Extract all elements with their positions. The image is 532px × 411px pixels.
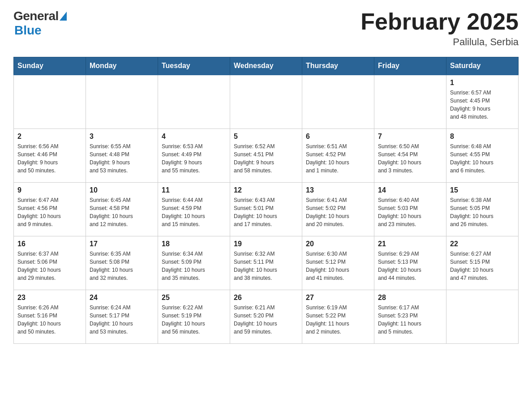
calendar-cell — [230, 75, 302, 128]
month-title: February 2025 — [360, 9, 519, 34]
calendar-cell — [446, 290, 519, 343]
day-number: 24 — [90, 294, 154, 302]
day-info: Sunrise: 6:56 AM Sunset: 4:46 PM Dayligh… — [17, 142, 82, 175]
day-info: Sunrise: 6:21 AM Sunset: 5:20 PM Dayligh… — [234, 304, 298, 336]
calendar-cell — [158, 75, 230, 128]
weekday-header-row: SundayMondayTuesdayWednesdayThursdayFrid… — [14, 57, 519, 75]
day-number: 13 — [306, 186, 370, 194]
day-info: Sunrise: 6:35 AM Sunset: 5:08 PM Dayligh… — [90, 250, 154, 282]
day-info: Sunrise: 6:53 AM Sunset: 4:49 PM Dayligh… — [162, 142, 226, 175]
day-number: 27 — [306, 294, 370, 302]
day-info: Sunrise: 6:48 AM Sunset: 4:55 PM Dayligh… — [450, 142, 515, 175]
day-number: 3 — [90, 133, 154, 141]
logo-general-text: General — [13, 9, 59, 23]
day-info: Sunrise: 6:38 AM Sunset: 5:05 PM Dayligh… — [450, 196, 515, 228]
weekday-header-wednesday: Wednesday — [230, 57, 302, 75]
day-number: 4 — [162, 133, 226, 141]
day-info: Sunrise: 6:41 AM Sunset: 5:02 PM Dayligh… — [306, 196, 370, 228]
day-number: 23 — [17, 294, 82, 302]
calendar-cell: 5Sunrise: 6:52 AM Sunset: 4:51 PM Daylig… — [230, 128, 302, 182]
day-number: 7 — [378, 133, 442, 141]
calendar-cell: 20Sunrise: 6:30 AM Sunset: 5:12 PM Dayli… — [302, 236, 374, 290]
day-info: Sunrise: 6:47 AM Sunset: 4:56 PM Dayligh… — [17, 196, 82, 228]
weekday-header-monday: Monday — [86, 57, 158, 75]
day-number: 18 — [162, 240, 226, 248]
calendar-cell: 1Sunrise: 6:57 AM Sunset: 4:45 PM Daylig… — [446, 75, 519, 128]
day-info: Sunrise: 6:57 AM Sunset: 4:45 PM Dayligh… — [450, 89, 515, 121]
day-info: Sunrise: 6:22 AM Sunset: 5:19 PM Dayligh… — [162, 304, 226, 336]
day-info: Sunrise: 6:32 AM Sunset: 5:11 PM Dayligh… — [234, 250, 298, 282]
calendar-cell — [302, 75, 374, 128]
calendar-cell: 9Sunrise: 6:47 AM Sunset: 4:56 PM Daylig… — [14, 182, 86, 236]
logo: General Blue — [13, 9, 67, 38]
weekday-header-saturday: Saturday — [446, 57, 519, 75]
location: Palilula, Serbia — [360, 36, 519, 48]
day-info: Sunrise: 6:34 AM Sunset: 5:09 PM Dayligh… — [162, 250, 226, 282]
calendar-cell: 16Sunrise: 6:37 AM Sunset: 5:06 PM Dayli… — [14, 236, 86, 290]
day-number: 20 — [306, 240, 370, 248]
day-info: Sunrise: 6:43 AM Sunset: 5:01 PM Dayligh… — [234, 196, 298, 228]
calendar-cell: 12Sunrise: 6:43 AM Sunset: 5:01 PM Dayli… — [230, 182, 302, 236]
day-info: Sunrise: 6:40 AM Sunset: 5:03 PM Dayligh… — [378, 196, 442, 228]
weekday-header-friday: Friday — [374, 57, 446, 75]
day-number: 16 — [17, 240, 82, 248]
day-number: 26 — [234, 294, 298, 302]
calendar-cell: 6Sunrise: 6:51 AM Sunset: 4:52 PM Daylig… — [302, 128, 374, 182]
logo-blue-text: Blue — [14, 23, 42, 38]
day-info: Sunrise: 6:29 AM Sunset: 5:13 PM Dayligh… — [378, 250, 442, 282]
calendar-week-row: 23Sunrise: 6:26 AM Sunset: 5:16 PM Dayli… — [14, 290, 519, 343]
day-number: 9 — [17, 186, 82, 194]
calendar-cell — [86, 75, 158, 128]
day-info: Sunrise: 6:44 AM Sunset: 4:59 PM Dayligh… — [162, 196, 226, 228]
calendar-cell: 23Sunrise: 6:26 AM Sunset: 5:16 PM Dayli… — [14, 290, 86, 343]
day-info: Sunrise: 6:27 AM Sunset: 5:15 PM Dayligh… — [450, 250, 515, 282]
calendar-cell: 19Sunrise: 6:32 AM Sunset: 5:11 PM Dayli… — [230, 236, 302, 290]
calendar-week-row: 9Sunrise: 6:47 AM Sunset: 4:56 PM Daylig… — [14, 182, 519, 236]
calendar-cell: 28Sunrise: 6:17 AM Sunset: 5:23 PM Dayli… — [374, 290, 446, 343]
calendar-cell: 24Sunrise: 6:24 AM Sunset: 5:17 PM Dayli… — [86, 290, 158, 343]
day-info: Sunrise: 6:24 AM Sunset: 5:17 PM Dayligh… — [90, 304, 154, 336]
calendar-cell: 11Sunrise: 6:44 AM Sunset: 4:59 PM Dayli… — [158, 182, 230, 236]
calendar-cell: 10Sunrise: 6:45 AM Sunset: 4:58 PM Dayli… — [86, 182, 158, 236]
day-info: Sunrise: 6:17 AM Sunset: 5:23 PM Dayligh… — [378, 304, 442, 336]
calendar-cell: 17Sunrise: 6:35 AM Sunset: 5:08 PM Dayli… — [86, 236, 158, 290]
day-number: 28 — [378, 294, 442, 302]
weekday-header-sunday: Sunday — [14, 57, 86, 75]
day-number: 25 — [162, 294, 226, 302]
calendar-cell: 2Sunrise: 6:56 AM Sunset: 4:46 PM Daylig… — [14, 128, 86, 182]
calendar-cell: 25Sunrise: 6:22 AM Sunset: 5:19 PM Dayli… — [158, 290, 230, 343]
day-info: Sunrise: 6:19 AM Sunset: 5:22 PM Dayligh… — [306, 304, 370, 336]
day-info: Sunrise: 6:52 AM Sunset: 4:51 PM Dayligh… — [234, 142, 298, 175]
day-info: Sunrise: 6:37 AM Sunset: 5:06 PM Dayligh… — [17, 250, 82, 282]
calendar-cell: 13Sunrise: 6:41 AM Sunset: 5:02 PM Dayli… — [302, 182, 374, 236]
day-info: Sunrise: 6:55 AM Sunset: 4:48 PM Dayligh… — [90, 142, 154, 175]
weekday-header-thursday: Thursday — [302, 57, 374, 75]
calendar-cell: 22Sunrise: 6:27 AM Sunset: 5:15 PM Dayli… — [446, 236, 519, 290]
day-number: 10 — [90, 186, 154, 194]
calendar-cell: 15Sunrise: 6:38 AM Sunset: 5:05 PM Dayli… — [446, 182, 519, 236]
day-info: Sunrise: 6:26 AM Sunset: 5:16 PM Dayligh… — [17, 304, 82, 336]
page-header: General Blue February 2025 Palilula, Ser… — [13, 9, 519, 48]
day-info: Sunrise: 6:30 AM Sunset: 5:12 PM Dayligh… — [306, 250, 370, 282]
calendar-cell — [374, 75, 446, 128]
calendar-cell: 4Sunrise: 6:53 AM Sunset: 4:49 PM Daylig… — [158, 128, 230, 182]
calendar-cell: 14Sunrise: 6:40 AM Sunset: 5:03 PM Dayli… — [374, 182, 446, 236]
calendar-cell: 8Sunrise: 6:48 AM Sunset: 4:55 PM Daylig… — [446, 128, 519, 182]
day-number: 15 — [450, 186, 515, 194]
title-block: February 2025 Palilula, Serbia — [360, 9, 519, 48]
day-number: 22 — [450, 240, 515, 248]
day-number: 5 — [234, 133, 298, 141]
day-number: 12 — [234, 186, 298, 194]
calendar-cell: 26Sunrise: 6:21 AM Sunset: 5:20 PM Dayli… — [230, 290, 302, 343]
day-number: 14 — [378, 186, 442, 194]
calendar-week-row: 16Sunrise: 6:37 AM Sunset: 5:06 PM Dayli… — [14, 236, 519, 290]
calendar-week-row: 2Sunrise: 6:56 AM Sunset: 4:46 PM Daylig… — [14, 128, 519, 182]
calendar-cell: 27Sunrise: 6:19 AM Sunset: 5:22 PM Dayli… — [302, 290, 374, 343]
day-number: 8 — [450, 133, 515, 141]
calendar-cell: 21Sunrise: 6:29 AM Sunset: 5:13 PM Dayli… — [374, 236, 446, 290]
calendar-cell: 18Sunrise: 6:34 AM Sunset: 5:09 PM Dayli… — [158, 236, 230, 290]
day-number: 21 — [378, 240, 442, 248]
weekday-header-tuesday: Tuesday — [158, 57, 230, 75]
calendar-cell: 3Sunrise: 6:55 AM Sunset: 4:48 PM Daylig… — [86, 128, 158, 182]
day-number: 19 — [234, 240, 298, 248]
